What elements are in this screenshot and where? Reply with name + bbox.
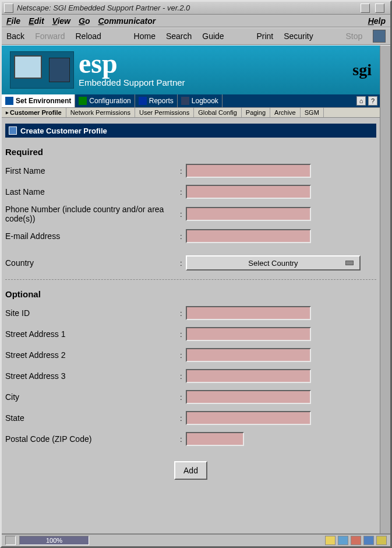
status-icon-2[interactable] — [338, 536, 348, 545]
check-icon — [79, 97, 87, 105]
zoom-indicator: 100% — [19, 536, 89, 545]
monitor-icon — [5, 97, 13, 105]
reload-button[interactable]: Reload — [75, 31, 101, 41]
label-email: E-mail Address — [5, 231, 180, 241]
product-logo: esp — [79, 52, 185, 75]
panel-header: Create Customer Profile — [5, 124, 376, 138]
lock-icon[interactable] — [5, 536, 16, 545]
subtab-sgm[interactable]: SGM — [301, 108, 324, 117]
status-icon-3[interactable] — [351, 536, 361, 545]
titlebar[interactable]: Netscape: SGI Embedded Support Partner -… — [2, 2, 390, 15]
label-country: Country — [5, 258, 180, 268]
computer-graphic — [10, 51, 74, 89]
print-button[interactable]: Print — [256, 31, 273, 41]
menu-go[interactable]: Go — [79, 16, 90, 26]
state-input[interactable] — [186, 411, 311, 425]
book-icon — [181, 97, 189, 105]
subtab-user-permissions[interactable]: User Permissions — [135, 108, 194, 117]
sgi-logo: sgi — [352, 61, 372, 79]
subtab-network-permissions[interactable]: Network Permissions — [66, 108, 135, 117]
status-icon-1[interactable] — [325, 536, 336, 545]
back-button[interactable]: Back — [6, 31, 24, 41]
help-icon[interactable]: ? — [368, 96, 377, 106]
add-button[interactable]: Add — [174, 461, 207, 480]
forward-button[interactable]: Forward — [35, 31, 65, 41]
label-addr3: Street Address 3 — [5, 371, 180, 381]
esp-banner: esp Embedded Support Partner sgi — [2, 45, 380, 94]
tab-logbook[interactable]: Logbook — [178, 94, 223, 107]
throbber-icon — [373, 30, 386, 43]
minimize-button[interactable] — [361, 3, 370, 13]
divider — [5, 279, 376, 280]
tab-reports[interactable]: Reports — [135, 94, 178, 107]
last-name-input[interactable] — [186, 185, 311, 199]
maximize-button[interactable] — [375, 3, 384, 13]
product-subtitle: Embedded Support Partner — [79, 78, 185, 87]
phone-input[interactable] — [186, 207, 311, 221]
subtab-paging[interactable]: Paging — [242, 108, 270, 117]
section-optional: Optional — [5, 289, 376, 299]
form-area: Create Customer Profile Required First N… — [2, 118, 380, 486]
toolbar: Back Forward Reload Home Search Guide Pr… — [2, 27, 390, 45]
addr3-input[interactable] — [186, 369, 311, 383]
addr1-input[interactable] — [186, 327, 311, 341]
search-button[interactable]: Search — [166, 31, 192, 41]
security-button[interactable]: Security — [284, 31, 313, 41]
menubar: File Edit View Go Communicator Help — [2, 15, 390, 27]
vertical-scrollbar[interactable] — [380, 45, 390, 533]
report-icon — [139, 97, 147, 105]
city-input[interactable] — [186, 390, 311, 404]
site-id-input[interactable] — [186, 306, 311, 320]
label-site-id: Site ID — [5, 308, 180, 318]
addr2-input[interactable] — [186, 348, 311, 362]
subtab-archive[interactable]: Archive — [270, 108, 301, 117]
page: esp Embedded Support Partner sgi Set Env… — [2, 45, 380, 533]
window-menu-button[interactable] — [4, 3, 13, 13]
home-button[interactable]: Home — [134, 31, 156, 41]
postal-input[interactable] — [186, 432, 244, 446]
email-input[interactable] — [186, 229, 311, 243]
label-state: State — [5, 413, 180, 423]
stop-button[interactable]: Stop — [345, 31, 362, 41]
first-name-input[interactable] — [186, 164, 311, 178]
menu-communicator[interactable]: Communicator — [98, 16, 156, 26]
guide-button[interactable]: Guide — [202, 31, 224, 41]
menu-file[interactable]: File — [6, 16, 20, 26]
tab-configuration[interactable]: Configuration — [75, 94, 135, 107]
home-icon[interactable]: ⌂ — [356, 96, 366, 106]
secondary-nav: Customer Profile Network Permissions Use… — [2, 107, 380, 118]
tab-set-environment[interactable]: Set Environment — [2, 94, 75, 107]
content-area: esp Embedded Support Partner sgi Set Env… — [2, 45, 390, 533]
label-first-name: First Name — [5, 166, 180, 175]
country-select[interactable]: Select Country — [186, 255, 361, 271]
menu-edit[interactable]: Edit — [29, 16, 44, 26]
label-city: City — [5, 392, 180, 402]
subtab-customer-profile[interactable]: Customer Profile — [2, 108, 66, 117]
label-phone: Phone Number (include country and/or are… — [5, 205, 180, 223]
menu-view[interactable]: View — [52, 16, 70, 26]
panel-icon — [9, 127, 17, 135]
status-icon-4[interactable] — [363, 536, 374, 545]
section-required: Required — [5, 147, 376, 157]
browser-window: Netscape: SGI Embedded Support Partner -… — [0, 0, 392, 548]
statusbar: 100% — [2, 533, 390, 546]
window-title: Netscape: SGI Embedded Support Partner -… — [17, 3, 361, 12]
subtab-global-config[interactable]: Global Config — [194, 108, 242, 117]
label-addr2: Street Address 2 — [5, 350, 180, 360]
label-addr1: Street Address 1 — [5, 329, 180, 339]
label-last-name: Last Name — [5, 187, 180, 196]
primary-nav: Set Environment Configuration Reports Lo… — [2, 94, 380, 107]
menu-help[interactable]: Help — [368, 16, 386, 26]
label-postal: Postal Code (ZIP Code) — [5, 434, 180, 444]
status-icon-5[interactable] — [376, 536, 387, 545]
